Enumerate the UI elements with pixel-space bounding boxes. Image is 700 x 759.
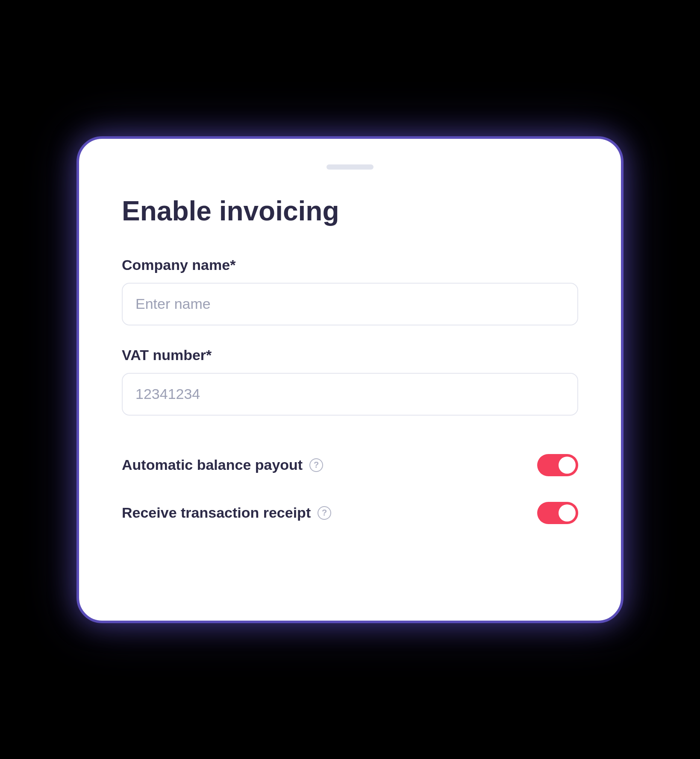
auto-payout-row: Automatic balance payout ? — [122, 454, 578, 476]
receipt-label: Receive transaction receipt — [122, 504, 311, 521]
vat-number-input[interactable] — [122, 373, 578, 416]
toggle-knob — [559, 504, 576, 522]
invoicing-panel: Enable invoicing Company name* VAT numbe… — [76, 136, 624, 623]
company-name-label: Company name* — [122, 257, 578, 273]
receipt-row: Receive transaction receipt ? — [122, 502, 578, 524]
auto-payout-toggle[interactable] — [537, 454, 578, 476]
help-icon[interactable]: ? — [318, 506, 331, 520]
toggle-knob — [559, 457, 576, 474]
auto-payout-label: Automatic balance payout — [122, 457, 303, 473]
company-name-input[interactable] — [122, 283, 578, 325]
vat-number-label: VAT number* — [122, 347, 578, 363]
help-icon[interactable]: ? — [309, 458, 323, 472]
panel-title: Enable invoicing — [122, 195, 578, 227]
receipt-toggle[interactable] — [537, 502, 578, 524]
company-name-field-group: Company name* — [122, 257, 578, 325]
drag-handle[interactable] — [326, 164, 374, 170]
vat-number-field-group: VAT number* — [122, 347, 578, 416]
